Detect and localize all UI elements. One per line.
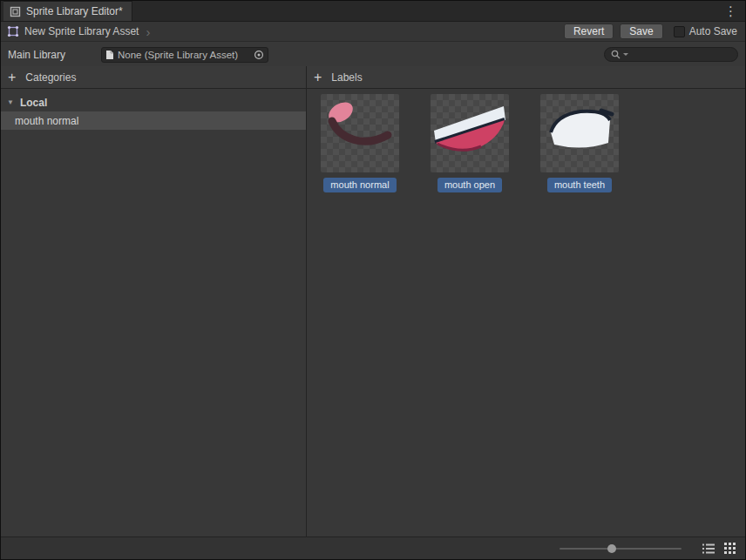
object-picker-icon[interactable] bbox=[252, 48, 266, 62]
breadcrumb[interactable]: New Sprite Library Asset › bbox=[7, 24, 150, 39]
sprite-thumbnail-mouth-open bbox=[431, 94, 509, 172]
revert-button[interactable]: Revert bbox=[564, 24, 614, 39]
tab-sprite-library-editor[interactable]: Sprite Library Editor* bbox=[3, 1, 132, 21]
add-category-icon[interactable]: + bbox=[8, 71, 16, 84]
search-input[interactable] bbox=[631, 50, 731, 60]
category-item-mouth-normal[interactable]: mouth normal bbox=[1, 111, 306, 130]
categories-list: ▼ Local mouth normal bbox=[1, 89, 306, 536]
categories-panel: + Categories ▼ Local mouth normal bbox=[1, 66, 307, 536]
categories-header: + Categories bbox=[1, 66, 306, 89]
panels: + Categories ▼ Local mouth normal + Labe… bbox=[1, 66, 745, 536]
grid-view-icon[interactable] bbox=[722, 541, 737, 557]
main-library-label: Main Library bbox=[8, 49, 101, 61]
label-item-mouth-normal[interactable]: mouth normal bbox=[321, 94, 399, 192]
breadcrumb-label: New Sprite Library Asset bbox=[24, 25, 139, 37]
window-menu-icon[interactable]: ⋮ bbox=[716, 1, 745, 21]
labels-header: + Labels bbox=[307, 66, 745, 89]
search-icon bbox=[611, 50, 621, 59]
categories-title: Categories bbox=[25, 71, 76, 84]
label-badge: mouth teeth bbox=[547, 178, 612, 192]
label-item-mouth-teeth[interactable]: mouth teeth bbox=[540, 94, 619, 192]
tab-title: Sprite Library Editor* bbox=[26, 5, 123, 17]
add-label-icon[interactable]: + bbox=[314, 71, 322, 84]
main-library-object-field[interactable]: None (Sprite Library Asset) bbox=[101, 47, 268, 63]
main-library-row: Main Library None (Sprite Library Asset) bbox=[1, 43, 745, 66]
search-field[interactable] bbox=[604, 47, 738, 62]
toolbar-actions: Revert Save Auto Save bbox=[558, 24, 739, 39]
main-library-value: None (Sprite Library Asset) bbox=[118, 50, 248, 60]
auto-save-label: Auto Save bbox=[689, 25, 737, 37]
category-item-label: mouth normal bbox=[15, 115, 78, 127]
breadcrumb-chevron-icon: › bbox=[146, 24, 150, 39]
sprite-thumbnail-mouth-normal bbox=[321, 94, 399, 172]
foldout-triangle-icon: ▼ bbox=[7, 98, 14, 106]
local-foldout[interactable]: ▼ Local bbox=[1, 93, 306, 111]
sprite-library-editor-window: Sprite Library Editor* ⋮ New Sprite Libr… bbox=[0, 0, 746, 560]
local-group-label: Local bbox=[20, 97, 47, 109]
label-badge: mouth open bbox=[437, 178, 502, 192]
label-badge: mouth normal bbox=[323, 178, 396, 192]
asset-document-icon bbox=[105, 50, 114, 60]
label-item-mouth-open[interactable]: mouth open bbox=[431, 94, 509, 192]
bottom-bar bbox=[1, 536, 745, 559]
auto-save-checkbox[interactable] bbox=[674, 26, 685, 37]
toolbar: New Sprite Library Asset › Revert Save A… bbox=[1, 22, 745, 42]
sprite-library-editor-icon bbox=[10, 6, 21, 17]
labels-title: Labels bbox=[331, 71, 362, 84]
zoom-slider-handle[interactable] bbox=[607, 544, 616, 553]
search-filter-caret-icon bbox=[623, 53, 628, 56]
labels-panel: + Labels mouth normal bbox=[307, 66, 745, 536]
zoom-slider-track bbox=[560, 548, 682, 550]
sprite-thumbnail-mouth-teeth bbox=[540, 94, 619, 172]
labels-grid: mouth normal mouth open bbox=[307, 89, 745, 536]
list-view-icon[interactable] bbox=[701, 541, 716, 557]
save-button[interactable]: Save bbox=[620, 24, 662, 39]
tab-strip: Sprite Library Editor* ⋮ bbox=[1, 1, 745, 22]
sprite-library-asset-icon bbox=[7, 25, 19, 37]
zoom-slider[interactable] bbox=[560, 543, 682, 554]
